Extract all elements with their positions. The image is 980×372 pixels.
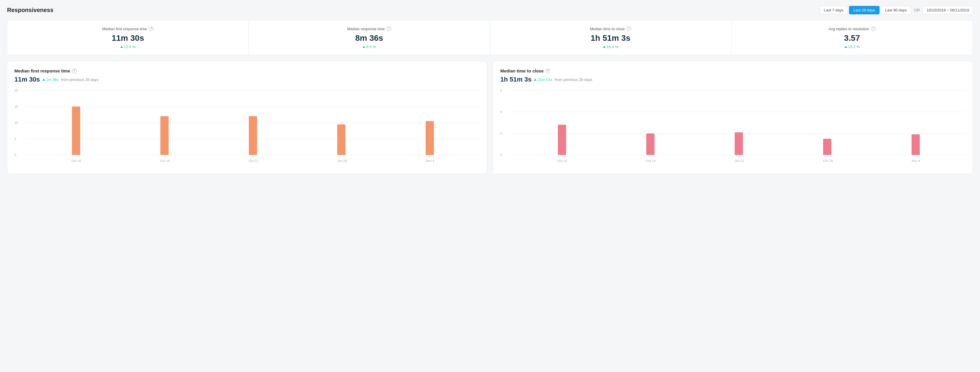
- chart-right-title: Median time to close ?: [500, 68, 966, 73]
- bar: [912, 135, 920, 155]
- card-change-response-time: 6.5 %: [256, 44, 483, 49]
- x-axis-label: Nov 4: [912, 159, 920, 163]
- arrow-up-chart-right: [534, 79, 537, 81]
- info-icon-chart-right[interactable]: ?: [546, 69, 550, 73]
- card-label-first-response: Median first response time ?: [14, 26, 242, 31]
- bar: [426, 121, 434, 155]
- card-change-avg-replies: 15.2 %: [738, 44, 966, 49]
- chart-left-diff-label: from previous 28 days: [61, 78, 99, 82]
- chart-left-main-value: 11m 30s: [14, 76, 40, 83]
- last-7-days-button[interactable]: Last 7 days: [819, 6, 848, 14]
- bar-group: [426, 121, 434, 155]
- arrow-up-icon-3: [603, 46, 606, 48]
- last-28-days-button[interactable]: Last 28 days: [849, 6, 880, 14]
- info-icon-first-response[interactable]: ?: [149, 26, 153, 31]
- bar-group: [161, 116, 169, 155]
- bar-group: [558, 125, 566, 155]
- card-change-time-to-close: 16.4 %: [497, 44, 724, 49]
- card-label-time-to-close: Median time to close ?: [497, 26, 724, 31]
- arrow-up-chart-left: [42, 79, 45, 81]
- chart-right-subtitle: 1h 51m 3s 21m 51s from previous 28 days: [500, 76, 966, 83]
- summary-card-time-to-close: Median time to close ? 1h 51m 3s 16.4 %: [490, 21, 732, 55]
- card-value-time-to-close: 1h 51m 3s: [497, 33, 724, 43]
- chart-panel-right: Median time to close ? 1h 51m 3s 21m 51s…: [493, 61, 973, 174]
- chart-right-bar-chart: 0246Oct 10Oct 14Oct 21Oct 28Nov 4: [500, 90, 966, 167]
- card-change-first-response: 12.4 %: [14, 44, 242, 49]
- chart-left-diff: 1m 38s: [42, 78, 59, 82]
- chart-left-bar-chart: 05101520Oct 10Oct 14Oct 21Oct 28Nov 4: [14, 90, 480, 167]
- card-value-first-response: 11m 30s: [14, 33, 242, 43]
- chart-left-title: Median first response time ?: [14, 68, 480, 73]
- info-icon-response-time[interactable]: ?: [387, 26, 391, 31]
- bar-group: [249, 116, 257, 155]
- chart-panel-left: Median first response time ? 11m 30s 1m …: [7, 61, 487, 174]
- date-range-input[interactable]: 10/10/2019 ~ 06/11/2019: [923, 6, 973, 14]
- bar-group: [337, 124, 345, 155]
- chart-right-diff-label: from previous 28 days: [555, 78, 592, 82]
- bar: [823, 139, 831, 155]
- x-axis-label: Oct 10: [72, 159, 81, 163]
- date-controls: Last 7 days Last 28 days Last 90 days OR…: [819, 6, 973, 14]
- bar-group: [646, 133, 654, 155]
- x-axis-label: Oct 21: [735, 159, 744, 163]
- x-axis-label: Oct 10: [558, 159, 567, 163]
- bar: [249, 116, 257, 155]
- bar: [337, 124, 345, 155]
- card-value-avg-replies: 3.57: [738, 33, 966, 43]
- bar: [646, 133, 654, 155]
- bar: [735, 132, 743, 155]
- x-axis-label: Oct 28: [823, 159, 832, 163]
- summary-card-avg-replies: Avg replies to resolution ? 3.57 15.2 %: [732, 21, 973, 55]
- or-label: OR: [914, 8, 920, 12]
- summary-card-response-time: Median response time ? 8m 36s 6.5 %: [249, 21, 490, 55]
- info-icon-avg-replies[interactable]: ?: [871, 26, 876, 31]
- chart-right-diff: 21m 51s: [534, 78, 552, 82]
- x-axis-label: Oct 14: [160, 159, 170, 163]
- bar-group: [735, 132, 743, 155]
- card-label-response-time: Median response time ?: [256, 26, 483, 31]
- summary-card-first-response: Median first response time ? 11m 30s 12.…: [7, 21, 249, 55]
- arrow-up-icon: [120, 46, 123, 48]
- info-icon-time-to-close[interactable]: ?: [627, 26, 631, 31]
- bar: [161, 116, 169, 155]
- x-axis-label: Oct 28: [337, 159, 347, 163]
- page-title: Responsiveness: [7, 7, 54, 14]
- chart-left-subtitle: 11m 30s 1m 38s from previous 28 days: [14, 76, 480, 83]
- card-label-avg-replies: Avg replies to resolution ?: [738, 26, 966, 31]
- chart-panels: Median first response time ? 11m 30s 1m …: [7, 61, 973, 174]
- chart-right-main-value: 1h 51m 3s: [500, 76, 531, 83]
- bar-group: [823, 139, 831, 155]
- arrow-up-icon-4: [844, 46, 847, 48]
- bar: [72, 106, 80, 155]
- bar-group: [912, 135, 920, 155]
- bar-group: [72, 106, 80, 155]
- arrow-up-icon-2: [363, 46, 366, 48]
- summary-cards: Median first response time ? 11m 30s 12.…: [7, 20, 973, 55]
- x-axis-label: Oct 21: [249, 159, 258, 163]
- x-axis-label: Oct 14: [646, 159, 655, 163]
- card-value-response-time: 8m 36s: [256, 33, 483, 43]
- last-90-days-button[interactable]: Last 90 days: [881, 6, 911, 14]
- info-icon-chart-left[interactable]: ?: [72, 69, 77, 73]
- x-axis-label: Nov 4: [426, 159, 434, 163]
- bar: [558, 125, 566, 155]
